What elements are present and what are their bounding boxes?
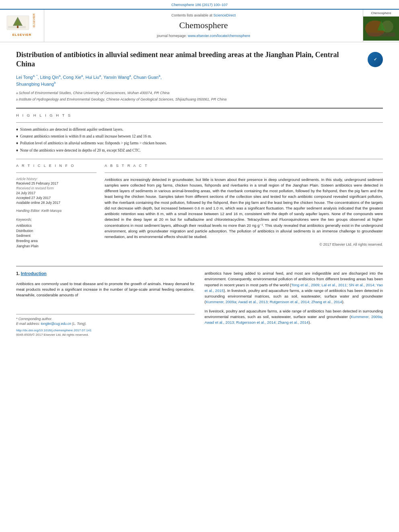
- affiliation-b: b Institute of Hydrogeology and Environm…: [16, 97, 383, 103]
- highlights-title-rule: [16, 122, 383, 123]
- keywords-label: Keywords:: [16, 218, 97, 222]
- elsevier-logo-icon: ELSEVIER: [5, 14, 39, 32]
- keyword-4: Breeding area: [16, 239, 97, 244]
- author-tong: Lei Tong: [16, 75, 33, 80]
- intro-paragraph-left: Antibiotics are commonly used to treat d…: [16, 281, 195, 298]
- article-info-top-rule: [16, 159, 383, 159]
- article-info-column: A R T I C L E I N F O Article history: R…: [16, 163, 97, 249]
- intro-section-title: Introduction: [21, 271, 47, 276]
- sciencedirect-link[interactable]: ScienceDirect: [214, 13, 236, 17]
- introduction-right: antibiotics have being added to animal f…: [205, 271, 383, 337]
- journal-homepage-link[interactable]: www.elsevier.com/locate/chemosphere: [188, 34, 250, 38]
- highlight-item-2: ♦ Greatest antibiotics retention is with…: [16, 134, 383, 139]
- author-huang: Shuangbing Huang: [16, 82, 54, 86]
- highlight-item-3: ♦ Pollution level of antibiotics in allu…: [16, 140, 383, 146]
- author-qin: Liting Qin: [40, 75, 59, 80]
- footnote-area: * Corresponding author. E-mail address: …: [16, 314, 195, 337]
- highlight-item-4: ♦ None of the antibiotics were detected …: [16, 148, 383, 153]
- introduction-section: 1. Introduction Antibiotics are commonly…: [16, 271, 383, 337]
- received-revised-label: Received in revised form: [16, 186, 97, 191]
- author-wang: Yanxin Wang: [103, 75, 129, 80]
- article-history-label: Article history:: [16, 177, 97, 182]
- highlight-bullet-icon: ♦: [16, 134, 18, 139]
- keyword-2: Distribution: [16, 229, 97, 234]
- highlights-top-rule: [16, 108, 383, 109]
- reference-link-3[interactable]: Kummerer, 2009a; Awad et al., 2013; Rutg…: [205, 314, 383, 325]
- elsevier-text: ELSEVIER: [12, 33, 32, 37]
- accepted-date: Accepted 27 July 2017: [16, 196, 97, 201]
- intro-paragraph-right: antibiotics have being added to animal f…: [205, 271, 383, 305]
- article-info-abstract-section: A R T I C L E I N F O Article history: R…: [16, 163, 383, 249]
- journal-header: ELSEVIER ELSEVIER Contents lists availab…: [0, 9, 399, 42]
- doi-line: http://dx.doi.org/10.1016/j.chemosphere.…: [16, 328, 195, 333]
- highlight-bullet-icon: ♦: [16, 127, 18, 132]
- article-title-section: Distribution of antibiotics in alluvial …: [16, 50, 383, 69]
- keyword-5: Jianghan Plain: [16, 244, 97, 249]
- article-info-header: A R T I C L E I N F O: [16, 163, 97, 168]
- journal-reference: Chemosphere 186 (2017) 100–107: [0, 0, 399, 9]
- journal-thumbnail-area: Chemosphere: [363, 10, 399, 42]
- highlight-item-1: ♦ Sixteen antibiotics are detected in di…: [16, 127, 383, 132]
- author-guan: Chuan Guan: [134, 75, 158, 80]
- intro-paragraph-right-2: In livestock, poultry and aquaculture fa…: [205, 308, 383, 326]
- highlights-title: H I G H L I G H T S: [16, 113, 383, 118]
- email-link[interactable]: tonglei@cug.edu.cn: [41, 322, 71, 326]
- email-footnote: E-mail address: tonglei@cug.edu.cn (L. T…: [16, 322, 195, 327]
- author-xie: Cong Xie: [63, 75, 81, 80]
- svg-text:ELSEVIER: ELSEVIER: [33, 14, 35, 27]
- crossmark-badge-icon[interactable]: ✓: [368, 52, 383, 67]
- journal-homepage: journal homepage: www.elsevier.com/locat…: [157, 33, 250, 39]
- journal-name-header: Chemosphere: [179, 19, 228, 32]
- reference-link-2[interactable]: Kummerer, 2009a; Awad et al., 2013; Rutg…: [206, 300, 342, 304]
- abstract-header: A B S T R A C T: [105, 163, 383, 168]
- intro-section-number: 1.: [16, 271, 20, 276]
- corresponding-author-note: * Corresponding author.: [16, 317, 195, 322]
- main-content-area: Distribution of antibiotics in alluvial …: [0, 42, 399, 262]
- abstract-column: A B S T R A C T Antibiotics are increasi…: [105, 163, 383, 249]
- received-date: Received 25 February 2017: [16, 181, 97, 186]
- authors-line: Lei Tonga, *, Liting Qina, Cong Xiea, Hu…: [16, 74, 383, 87]
- received-revised-date: 24 July 2017: [16, 191, 97, 196]
- bottom-section: 1. Introduction Antibiotics are commonly…: [0, 266, 399, 343]
- article-info-rule: [16, 173, 97, 173]
- cover-image-icon: [363, 16, 399, 41]
- abstract-rule: [105, 173, 383, 173]
- introduction-left: 1. Introduction Antibiotics are commonly…: [16, 271, 195, 337]
- section-divider: [16, 266, 383, 267]
- elsevier-logo-area: ELSEVIER ELSEVIER: [0, 10, 44, 42]
- keyword-1: Antibiotics: [16, 224, 97, 228]
- affiliation-a: a School of Environmental Studies, China…: [16, 90, 383, 96]
- highlight-bullet-icon: ♦: [16, 148, 18, 153]
- contents-available-text: Contents lists available at ScienceDirec…: [171, 13, 236, 18]
- svg-rect-11: [367, 33, 395, 37]
- available-online-date: Available online 28 July 2017: [16, 201, 97, 205]
- page: Chemosphere 186 (2017) 100–107 ELSEVIER …: [0, 0, 399, 532]
- copyright-line: © 2017 Elsevier Ltd. All rights reserved…: [105, 242, 383, 247]
- abstract-text: Antibiotics are increasingly detected in…: [105, 177, 383, 240]
- keyword-3: Sediment: [16, 234, 97, 238]
- journal-header-center: Contents lists available at ScienceDirec…: [44, 10, 363, 42]
- highlights-section: H I G H L I G H T S ♦ Sixteen antibiotic…: [16, 113, 383, 153]
- journal-thumb-label: Chemosphere: [370, 10, 392, 16]
- journal-cover-image: [363, 16, 399, 41]
- affiliations-section: a School of Environmental Studies, China…: [16, 90, 383, 102]
- issn-line: 0045-6535/© 2017 Elsevier Ltd. All right…: [16, 333, 195, 337]
- handling-editor: Handling Editor: Keith Maruya: [16, 209, 97, 214]
- author-liu: Hui Liu: [85, 75, 99, 80]
- keywords-section: Keywords: Antibiotics Distribution Sedim…: [16, 218, 97, 249]
- crossmark-label: ✓: [374, 57, 377, 62]
- article-title-text: Distribution of antibiotics in alluvial …: [16, 50, 368, 69]
- highlight-bullet-icon: ♦: [16, 140, 18, 146]
